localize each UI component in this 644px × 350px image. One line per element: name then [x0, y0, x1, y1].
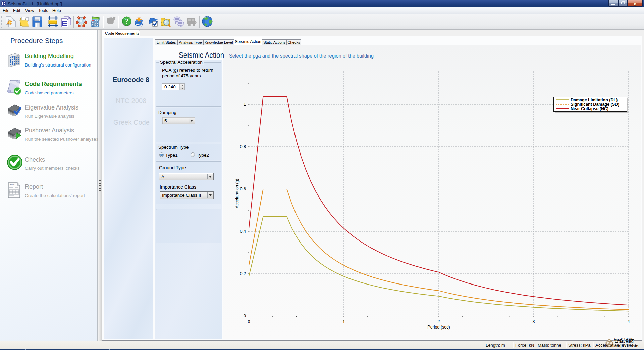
svg-text:0.2: 0.2 — [240, 271, 246, 276]
svg-text:Period (sec): Period (sec) — [427, 325, 450, 330]
svg-text:0.6: 0.6 — [240, 187, 246, 191]
svg-text:0.4: 0.4 — [240, 229, 246, 234]
svg-text:Accelaration (g): Accelaration (g) — [235, 179, 239, 208]
svg-text:Damage Limitation (DL): Damage Limitation (DL) — [571, 98, 618, 102]
svg-text:1: 1 — [244, 102, 246, 107]
svg-text:0.8: 0.8 — [240, 144, 246, 149]
svg-text:?: ? — [125, 18, 128, 25]
svg-text:0: 0 — [244, 314, 246, 318]
svg-text:INVOICE: INVOICE — [10, 184, 16, 186]
svg-text:4: 4 — [628, 319, 630, 324]
svg-text:Significant Damage (SD): Significant Damage (SD) — [571, 102, 619, 107]
svg-text:1: 1 — [343, 319, 345, 324]
svg-text:Near Collapse (NC): Near Collapse (NC) — [571, 106, 608, 111]
svg-text:3: 3 — [533, 319, 535, 324]
svg-text:2: 2 — [438, 319, 440, 324]
svg-text:0: 0 — [248, 319, 250, 324]
